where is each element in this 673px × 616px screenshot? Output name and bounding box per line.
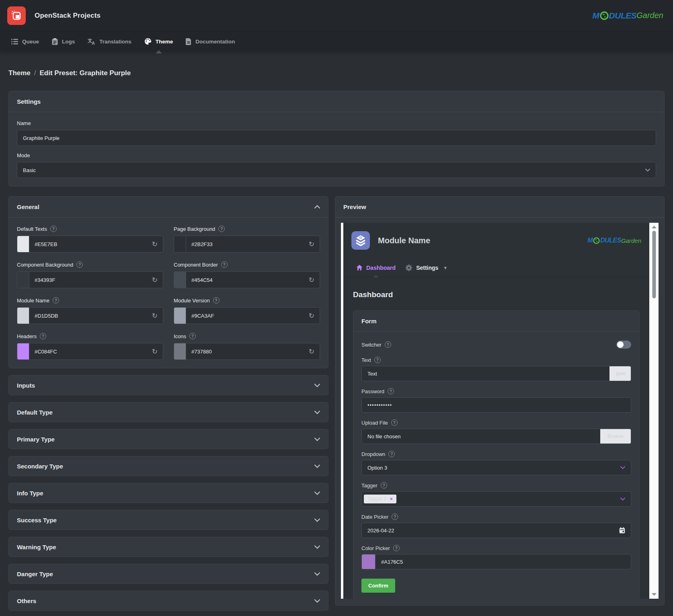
active-tab-notch	[156, 50, 162, 53]
color-hex-input[interactable]	[186, 236, 304, 252]
text-label: Text ?	[361, 357, 631, 363]
password-input[interactable]	[361, 397, 631, 413]
chevron-down-icon	[314, 411, 320, 414]
help-icon[interactable]: ?	[388, 388, 394, 394]
color-swatch[interactable]	[362, 554, 375, 569]
chevron-down-icon	[314, 491, 320, 495]
color-swatch[interactable]	[17, 308, 29, 324]
nav-item-theme[interactable]: Theme	[138, 31, 180, 51]
browse-button[interactable]: Browse	[600, 429, 631, 444]
active-tab-notch	[373, 275, 379, 277]
help-icon[interactable]: ?	[391, 419, 398, 426]
accordion-section[interactable]: Danger Type	[8, 564, 328, 584]
accordion-section[interactable]: Default Type	[8, 402, 328, 422]
dropdown-select[interactable]: Option 3	[361, 460, 631, 475]
refresh-icon[interactable]: ↻	[147, 272, 163, 288]
accordion-section-label: Danger Type	[17, 571, 53, 577]
help-icon[interactable]: ?	[53, 297, 59, 304]
help-icon[interactable]: ?	[374, 357, 381, 363]
nav-item-queue[interactable]: Queue	[5, 31, 45, 51]
color-hex-input[interactable]	[29, 343, 147, 359]
help-icon[interactable]: ?	[40, 333, 46, 339]
refresh-icon[interactable]: ↻	[304, 236, 320, 252]
refresh-icon[interactable]: ↻	[304, 343, 320, 359]
color-hex-input[interactable]	[29, 236, 147, 252]
scrollbar-thumb[interactable]	[652, 231, 656, 298]
color-swatch[interactable]	[174, 236, 186, 252]
help-icon[interactable]: ?	[218, 226, 225, 232]
help-icon[interactable]: ?	[385, 341, 391, 348]
mode-select[interactable]: Basic	[17, 162, 656, 178]
color-hex-input[interactable]	[186, 343, 304, 359]
nav-item-logs[interactable]: Logs	[45, 31, 81, 51]
color-picker-input[interactable]	[375, 554, 631, 569]
app-logo[interactable]	[7, 6, 26, 25]
password-field-group: Password ?	[361, 388, 631, 413]
module-nav-settings[interactable]: Settings ▼	[400, 258, 452, 277]
help-icon[interactable]: ?	[76, 261, 83, 268]
accordion-section[interactable]: Primary Type	[8, 429, 328, 449]
preset-name-input[interactable]	[17, 130, 656, 146]
top-bar: OpenStack Projects M DULES Garden	[0, 0, 673, 31]
refresh-icon[interactable]: ↻	[147, 308, 163, 324]
color-hex-input[interactable]	[29, 272, 147, 288]
module-nav-dashboard[interactable]: Dashboard	[351, 258, 400, 277]
accordion-section[interactable]: Secondary Type	[8, 456, 328, 476]
upload-file-input[interactable]	[362, 429, 600, 444]
preview-scrollbar[interactable]	[649, 223, 659, 599]
scroll-down-icon[interactable]	[652, 593, 657, 596]
help-icon[interactable]: ?	[221, 261, 228, 268]
color-swatch[interactable]	[174, 272, 186, 288]
help-icon[interactable]: ?	[393, 545, 400, 551]
help-icon[interactable]: ?	[388, 451, 395, 457]
text-input[interactable]	[362, 366, 609, 381]
preview-confirm-button[interactable]: Confirm	[361, 579, 395, 593]
color-field-label: Module Version ?	[174, 297, 320, 304]
scroll-up-icon[interactable]	[652, 226, 657, 228]
refresh-icon[interactable]: ↻	[304, 308, 320, 324]
accordion-section[interactable]: Info Type	[8, 483, 328, 503]
document-icon	[186, 38, 191, 45]
accordion-section-label: Inputs	[17, 382, 35, 389]
chevron-up-icon[interactable]	[314, 205, 320, 209]
page-title: Edit Preset: Graphite Purple	[40, 69, 131, 77]
color-hex-input[interactable]	[186, 308, 304, 324]
help-icon[interactable]: ?	[392, 513, 398, 520]
color-hex-input[interactable]	[29, 308, 147, 324]
general-panel-header[interactable]: General	[9, 197, 328, 218]
help-icon[interactable]: ?	[189, 333, 196, 339]
color-field-label: Icons ?	[174, 333, 320, 339]
calendar-icon[interactable]	[619, 527, 625, 534]
date-picker-input[interactable]: 2026-04-22	[361, 523, 631, 538]
refresh-icon[interactable]: ↻	[147, 236, 163, 252]
breadcrumb-section[interactable]: Theme	[8, 69, 31, 77]
color-field-group: Headers ? ↻	[17, 333, 163, 360]
tagger-select[interactable]: Tagger 2 ×	[361, 491, 631, 507]
color-field-label: Component Background ?	[17, 261, 163, 268]
help-icon[interactable]: ?	[50, 226, 57, 232]
nav-item-documentation[interactable]: Documentation	[179, 31, 241, 51]
color-field-label: Component Border ?	[174, 261, 320, 268]
help-icon[interactable]: ?	[381, 482, 387, 489]
accordion-section[interactable]: Success Type	[8, 510, 328, 530]
chevron-down-icon	[314, 572, 320, 576]
accordion-section[interactable]: Inputs	[8, 375, 328, 395]
color-swatch[interactable]	[17, 236, 29, 252]
switcher-label: Switcher ?	[361, 341, 391, 348]
refresh-icon[interactable]: ↻	[147, 343, 163, 359]
color-swatch[interactable]	[17, 343, 29, 359]
color-hex-input[interactable]	[186, 272, 304, 288]
accordion-section[interactable]: Others	[8, 591, 328, 611]
nav-item-translations[interactable]: A Translations	[81, 31, 138, 51]
color-swatch[interactable]	[17, 272, 29, 288]
help-icon[interactable]: ?	[213, 297, 220, 304]
color-swatch[interactable]	[174, 343, 186, 359]
switcher-toggle[interactable]	[616, 341, 631, 349]
color-field-label: Module Name ?	[17, 297, 163, 304]
remove-tag-icon[interactable]: ×	[390, 496, 393, 502]
accordion-section[interactable]: Warning Type	[8, 537, 328, 557]
nav-label: Queue	[22, 39, 39, 45]
refresh-icon[interactable]: ↻	[304, 272, 320, 288]
color-swatch[interactable]	[174, 308, 186, 324]
chevron-down-icon	[620, 466, 625, 469]
